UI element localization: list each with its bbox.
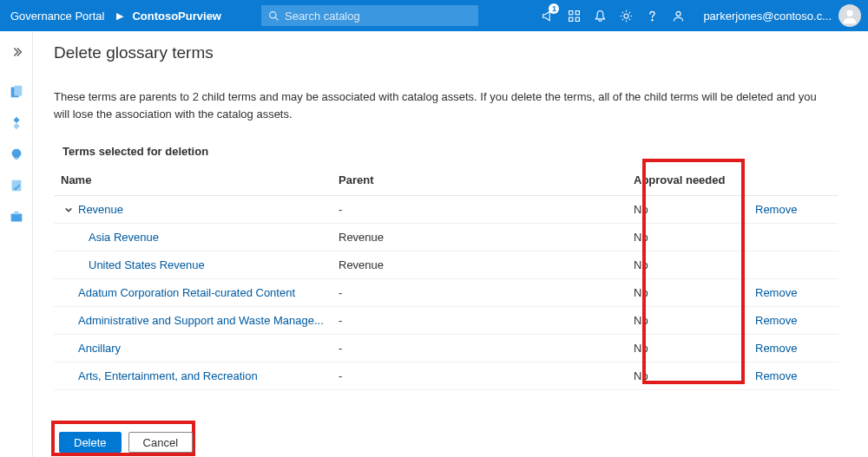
- approval-cell: No: [627, 251, 748, 279]
- svg-rect-11: [14, 86, 22, 96]
- search-icon: [268, 10, 279, 22]
- bell-icon[interactable]: [587, 0, 613, 31]
- top-bar: Governance Portal ▶ ContosoPurview 1 par…: [0, 0, 868, 31]
- parent-cell: -: [332, 335, 627, 362]
- cancel-button[interactable]: Cancel: [128, 432, 193, 453]
- term-link[interactable]: Arts, Entertainment, and Recreation: [78, 369, 258, 382]
- term-link[interactable]: United States Revenue: [89, 258, 205, 271]
- approval-cell: No: [627, 335, 748, 362]
- parent-cell: -: [332, 362, 627, 390]
- table-row: Administrative and Support and Waste Man…: [54, 307, 838, 335]
- top-icons: 1 parkerjones@contoso.c...: [535, 0, 868, 31]
- page-title: Delete glossary terms: [54, 43, 838, 62]
- avatar[interactable]: [838, 4, 861, 27]
- approval-cell: No: [627, 362, 748, 390]
- approval-cell: No: [627, 279, 748, 307]
- grid-icon[interactable]: [561, 0, 587, 31]
- approval-cell: No: [627, 307, 748, 335]
- remove-link[interactable]: Remove: [755, 342, 797, 355]
- parent-cell: -: [332, 279, 627, 307]
- table-row: United States RevenueRevenueNo: [54, 251, 838, 279]
- table-row: Adatum Corporation Retail-curated Conten…: [54, 279, 838, 307]
- management-icon[interactable]: [0, 201, 33, 232]
- insights-icon[interactable]: [0, 139, 33, 170]
- search-box[interactable]: [261, 5, 478, 26]
- terms-table: Name Parent Approval needed Revenue-NoRe…: [54, 173, 838, 390]
- policies-icon[interactable]: [0, 170, 33, 201]
- col-name[interactable]: Name: [54, 173, 332, 196]
- notification-badge: 1: [549, 3, 559, 14]
- svg-line-1: [275, 17, 278, 20]
- chevron-right-icon: ▶: [113, 10, 127, 22]
- delete-button[interactable]: Delete: [59, 432, 122, 453]
- svg-rect-2: [569, 10, 572, 14]
- remove-link[interactable]: Remove: [755, 314, 797, 327]
- map-icon[interactable]: [0, 108, 33, 139]
- svg-rect-4: [569, 17, 572, 21]
- remove-link[interactable]: Remove: [755, 286, 797, 299]
- sources-icon[interactable]: [0, 76, 33, 108]
- remove-link[interactable]: Remove: [755, 369, 797, 382]
- search-input[interactable]: [285, 10, 471, 23]
- chevron-down-icon[interactable]: [64, 206, 75, 214]
- svg-point-6: [624, 13, 628, 17]
- table-row: Ancillary-NoRemove: [54, 335, 838, 362]
- svg-rect-12: [15, 159, 18, 160]
- svg-point-9: [846, 10, 852, 16]
- svg-point-7: [652, 19, 654, 21]
- page-description: These terms are parents to 2 child terms…: [54, 88, 818, 122]
- megaphone-icon[interactable]: 1: [535, 0, 561, 31]
- footer-buttons: Delete Cancel: [59, 432, 193, 453]
- account-name[interactable]: ContosoPurview: [127, 10, 227, 23]
- section-title: Terms selected for deletion: [54, 145, 838, 158]
- term-link[interactable]: Revenue: [78, 203, 123, 216]
- term-link[interactable]: Ancillary: [78, 342, 121, 355]
- svg-rect-3: [575, 10, 579, 14]
- expand-rail-icon[interactable]: [0, 36, 33, 68]
- help-icon[interactable]: [639, 0, 665, 31]
- svg-rect-5: [575, 17, 579, 21]
- term-link[interactable]: Asia Revenue: [89, 231, 159, 244]
- remove-link[interactable]: Remove: [755, 203, 797, 216]
- parent-cell: -: [332, 196, 627, 224]
- col-approval[interactable]: Approval needed: [627, 173, 748, 196]
- col-parent[interactable]: Parent: [332, 173, 627, 196]
- approval-cell: No: [627, 196, 748, 224]
- main-content: Delete glossary terms These terms are pa…: [33, 31, 868, 457]
- parent-cell: -: [332, 307, 627, 335]
- feedback-icon[interactable]: [665, 0, 691, 31]
- svg-point-0: [270, 11, 276, 17]
- svg-point-8: [676, 11, 681, 16]
- approval-cell: No: [627, 224, 748, 251]
- user-email[interactable]: parkerjones@contoso.c...: [691, 10, 838, 23]
- brand-name[interactable]: Governance Portal: [0, 10, 113, 23]
- gear-icon[interactable]: [613, 0, 639, 31]
- table-row: Arts, Entertainment, and Recreation-NoRe…: [54, 362, 838, 390]
- parent-cell: Revenue: [332, 251, 627, 279]
- svg-rect-14: [10, 213, 22, 221]
- left-rail: [0, 31, 33, 457]
- term-link[interactable]: Adatum Corporation Retail-curated Conten…: [78, 286, 295, 299]
- brand-group: Governance Portal ▶ ContosoPurview: [0, 0, 227, 31]
- table-row: Revenue-NoRemove: [54, 196, 838, 224]
- svg-rect-15: [14, 212, 18, 215]
- term-link[interactable]: Administrative and Support and Waste Man…: [78, 314, 324, 327]
- table-row: Asia RevenueRevenueNo: [54, 224, 838, 251]
- parent-cell: Revenue: [332, 224, 627, 251]
